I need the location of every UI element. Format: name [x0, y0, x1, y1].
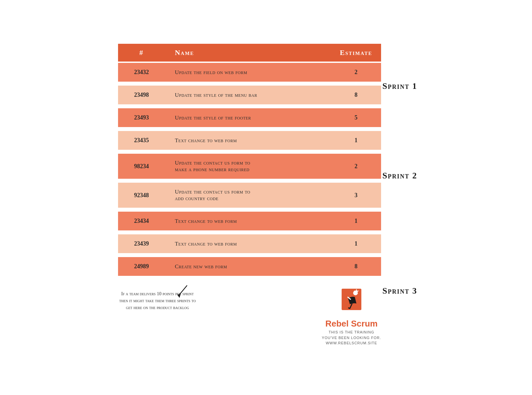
col-header-estimate: Estimate	[331, 44, 381, 62]
table-row: 23493 Update the style of the footer 5	[118, 108, 381, 127]
row-name: Text change to web form	[165, 212, 331, 230]
row-estimate: 2	[331, 154, 381, 179]
row-estimate: 2	[331, 63, 381, 82]
row-id: 92348	[118, 183, 165, 208]
row-estimate: 5	[331, 108, 381, 127]
logo-graphic	[338, 287, 365, 317]
row-name: Text change to web form	[165, 234, 331, 253]
row-id: 23498	[118, 86, 165, 104]
row-estimate: 1	[331, 212, 381, 230]
svg-marker-1	[177, 294, 181, 298]
table-row: 92348 Update the contact us form toadd c…	[118, 183, 381, 208]
table-row: 98234 Update the contact us form tomake …	[118, 154, 381, 179]
logo-name: Rebel Scrum	[325, 319, 377, 329]
row-id: 23435	[118, 131, 165, 150]
page-container: Sprint 1 Sprint 2 Sprint 3 # Name Estima…	[0, 0, 532, 395]
row-name: Update the style of the menu bar	[165, 86, 331, 104]
table-row: 23498 Update the style of the menu bar 8	[118, 86, 381, 104]
row-name: Update the contact us form tomake a phon…	[165, 154, 331, 179]
footer-section: If a team delivers 10 points per sprint …	[118, 287, 414, 346]
logo-container: Rebel Scrum This is the training you've …	[322, 287, 381, 346]
row-name: Update the contact us form toadd country…	[165, 183, 331, 208]
row-id: 23493	[118, 108, 165, 127]
row-id: 24989	[118, 257, 165, 276]
row-id: 23432	[118, 63, 165, 82]
col-header-number: #	[118, 44, 165, 62]
row-id: 23439	[118, 234, 165, 253]
table-row: 24989 Create new web form 8	[118, 257, 381, 276]
footnote: If a team delivers 10 points per sprint …	[118, 287, 197, 311]
svg-line-0	[179, 285, 187, 295]
logo-tagline: This is the training you've been looking…	[322, 329, 381, 346]
table-row: 23439 Text change to web form 1	[118, 234, 381, 253]
table-row: 23434 Text change to web form 1	[118, 212, 381, 230]
row-name: Create new web form	[165, 257, 331, 276]
row-estimate: 8	[331, 86, 381, 104]
row-name: Update the style of the footer	[165, 108, 331, 127]
row-id: 23434	[118, 212, 165, 230]
row-estimate: 3	[331, 183, 381, 208]
row-id: 98234	[118, 154, 165, 179]
backlog-table: # Name Estimate 23432 Update the field o…	[118, 42, 381, 277]
table-header-row: # Name Estimate	[118, 44, 381, 62]
row-estimate: 1	[331, 234, 381, 253]
table-row: 23432 Update the field on web form 2	[118, 63, 381, 82]
sprint-1-label: Sprint 1	[382, 81, 417, 91]
col-header-name: Name	[165, 44, 331, 62]
row-estimate: 1	[331, 131, 381, 150]
arrow-icon	[174, 282, 190, 301]
table-wrapper: Sprint 1 Sprint 2 Sprint 3 # Name Estima…	[118, 42, 414, 277]
table-row: 23435 Text change to web form 1	[118, 131, 381, 150]
sprint-2-label: Sprint 2	[382, 171, 417, 181]
row-estimate: 8	[331, 257, 381, 276]
arrow-svg	[174, 282, 190, 299]
row-name: Update the field on web form	[165, 63, 331, 82]
row-name: Text change to web form	[165, 131, 331, 150]
